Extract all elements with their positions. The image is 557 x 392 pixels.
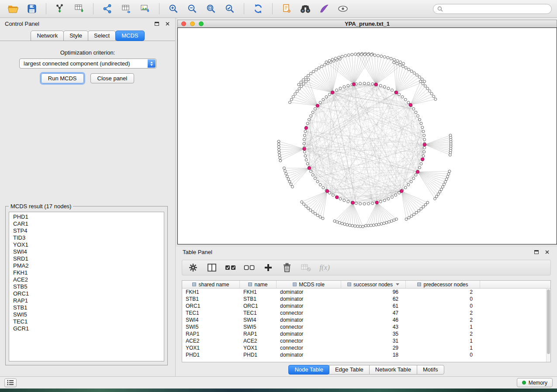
tab-select[interactable]: Select (88, 31, 116, 41)
tab-node-table[interactable]: Node Table (288, 365, 329, 375)
export-network-icon[interactable] (100, 2, 115, 16)
column-header-successor-nodes[interactable]: successor nodes (341, 281, 406, 288)
toolbar-separator (159, 3, 159, 14)
control-panel: Control Panel NetworkStyleSelectMCDS Opt… (0, 18, 176, 376)
float-table-panel-icon[interactable] (533, 249, 540, 255)
table-scrollbar-thumb[interactable] (547, 289, 550, 354)
mcds-result-list[interactable]: PHD1CAR1STP4TID3YOX1SWI4SRD1PMA2FKH1ACE2… (9, 212, 164, 361)
search-box[interactable] (433, 4, 552, 14)
table-row[interactable]: ORC1ORC1dominator610 (182, 303, 550, 309)
sort-chevron-icon[interactable] (396, 283, 399, 285)
close-panel-icon[interactable] (164, 21, 170, 27)
clone-network-icon[interactable] (279, 2, 294, 16)
result-node-item[interactable]: ORC1 (13, 290, 160, 297)
zoom-in-icon[interactable] (166, 2, 181, 16)
run-mcds-button[interactable]: Run MCDS (41, 73, 84, 83)
tab-motifs[interactable]: Motifs (417, 365, 444, 375)
memory-button[interactable]: Memory (517, 378, 553, 387)
table-row[interactable]: SWI5SWI5connector431 (182, 323, 550, 330)
export-table-icon[interactable] (118, 2, 134, 16)
network-window: YPA_prune.txt_1 (177, 20, 557, 244)
task-history-button[interactable] (4, 378, 17, 387)
criterion-dropdown[interactable]: largest connected component (undirected) (19, 58, 156, 69)
column-header-name[interactable]: name (240, 281, 277, 288)
close-mcds-panel-button[interactable]: Close panel (90, 73, 135, 83)
deselect-all-icon[interactable] (244, 261, 255, 274)
tab-network-table[interactable]: Network Table (369, 365, 417, 375)
result-node-item[interactable]: PMA2 (13, 262, 160, 269)
result-node-item[interactable]: RAP1 (13, 297, 160, 304)
cell-predecessor-nodes: 2 (406, 310, 480, 316)
column-type-icon (192, 282, 196, 286)
tab-network[interactable]: Network (31, 31, 64, 41)
settings-gear-icon[interactable] (187, 261, 199, 274)
result-node-item[interactable]: YOX1 (13, 241, 160, 248)
cell-MCDS-role: dominator (277, 296, 341, 302)
tab-style[interactable]: Style (63, 31, 88, 41)
zoom-fit-icon[interactable] (203, 2, 219, 16)
add-row-icon[interactable] (263, 261, 274, 274)
node-table[interactable]: shared namenameMCDS rolesuccessor nodesp… (182, 280, 551, 362)
memory-status-icon (522, 381, 526, 385)
import-network-icon[interactable] (52, 2, 68, 16)
table-row[interactable]: PHD1PHD1dominator180 (182, 351, 550, 358)
save-session-icon[interactable] (24, 2, 40, 16)
zoom-out-icon[interactable] (184, 2, 200, 16)
column-header-shared-name[interactable]: shared name (182, 281, 240, 288)
result-node-item[interactable]: STP4 (13, 227, 160, 234)
float-panel-icon[interactable] (154, 21, 160, 27)
export-image-icon[interactable] (137, 2, 153, 16)
delete-row-icon[interactable] (281, 261, 293, 274)
select-all-icon[interactable] (225, 261, 236, 274)
network-canvas[interactable] (177, 28, 557, 244)
result-node-item[interactable]: SWI5 (13, 311, 160, 318)
tab-edge-table[interactable]: Edge Table (329, 365, 370, 375)
result-node-item[interactable]: GCR1 (13, 325, 160, 332)
result-node-item[interactable]: TID3 (13, 234, 160, 241)
table-row[interactable]: RAP1RAP1dominator352 (182, 330, 550, 337)
vizmapper-icon[interactable] (316, 2, 332, 16)
column-header-predecessor-nodes[interactable]: predecessor nodes (406, 281, 480, 288)
column-label: MCDS role (299, 282, 325, 288)
cell-shared-name: YOX1 (182, 345, 240, 351)
tab-mcds[interactable]: MCDS (115, 31, 144, 41)
cell-shared-name: PHD1 (182, 352, 240, 358)
cell-predecessor-nodes: 2 (406, 317, 480, 323)
result-node-item[interactable]: STB5 (13, 283, 160, 290)
refresh-icon[interactable] (250, 2, 266, 16)
table-row[interactable]: STB1STB1dominator620 (182, 296, 550, 303)
result-node-item[interactable]: SWI4 (13, 248, 160, 255)
table-row[interactable]: TEC1TEC1connector472 (182, 309, 550, 316)
cell-name: ACE2 (240, 338, 277, 344)
search-input[interactable] (446, 5, 547, 13)
cell-name: PHD1 (240, 352, 277, 358)
table-row[interactable]: YOX1YOX1connector291 (182, 344, 550, 351)
network-window-titlebar[interactable]: YPA_prune.txt_1 (177, 20, 557, 28)
show-hide-icon[interactable] (335, 2, 351, 16)
cell-shared-name: TEC1 (182, 310, 240, 316)
result-node-item[interactable]: FKH1 (13, 269, 160, 276)
table-row[interactable]: ACE2ACE2connector311 (182, 337, 550, 344)
column-icon[interactable] (206, 261, 218, 274)
cell-shared-name: FKH1 (182, 289, 240, 295)
first-neighbors-icon[interactable] (298, 2, 313, 16)
zoom-selected-icon[interactable] (222, 2, 238, 16)
table-tab-bar: Node TableEdge TableNetwork TableMotifs (176, 365, 557, 374)
open-file-icon[interactable] (5, 2, 21, 16)
table-row[interactable]: FKH1FKH1dominator962 (182, 289, 550, 296)
function-builder-icon: f(x) (319, 261, 330, 274)
result-node-item[interactable]: ACE2 (13, 276, 160, 283)
result-node-item[interactable]: TEC1 (13, 318, 160, 325)
cell-name: STB1 (240, 296, 277, 302)
column-header-MCDS-role[interactable]: MCDS role (277, 281, 341, 288)
result-node-item[interactable]: SRD1 (13, 255, 160, 262)
result-node-item[interactable]: PHD1 (13, 213, 160, 220)
import-table-icon[interactable] (71, 2, 87, 16)
main-toolbar (0, 0, 557, 18)
table-row[interactable]: SWI4SWI4dominator462 (182, 316, 550, 323)
result-node-item[interactable]: STB1 (13, 304, 160, 311)
table-scrollbar[interactable] (546, 289, 550, 362)
close-table-panel-icon[interactable] (544, 249, 550, 255)
result-node-item[interactable]: CAR1 (13, 220, 160, 227)
cell-MCDS-role: connector (277, 324, 341, 330)
